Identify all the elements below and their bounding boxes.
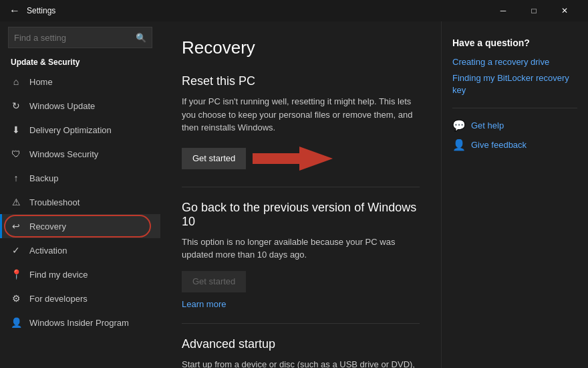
back-button[interactable]: ← [8, 4, 21, 17]
sidebar-item-label: Activation [29, 246, 67, 256]
sidebar: 🔍 Update & Security ⌂ Home ↻ Windows Upd… [0, 21, 160, 368]
feedback-icon: 👤 [452, 139, 466, 151]
reset-section-title: Reset this PC [182, 74, 420, 88]
shield-icon: 🛡 [11, 149, 21, 159]
sidebar-item-label: Delivery Optimization [29, 125, 112, 135]
arrow-container: Get started [182, 144, 420, 173]
sidebar-section-title: Update & Security [0, 51, 160, 70]
sidebar-item-label: Troubleshoot [29, 197, 80, 207]
search-box[interactable]: 🔍 [8, 27, 152, 48]
divider-2 [182, 323, 420, 324]
troubleshoot-icon: ⚠ [11, 197, 21, 207]
search-icon: 🔍 [136, 33, 146, 43]
sidebar-item-label: Backup [29, 173, 58, 183]
red-arrow-icon [246, 144, 333, 173]
reset-get-started-button[interactable]: Get started [182, 148, 246, 169]
delivery-icon: ⬇ [11, 124, 21, 135]
sidebar-item-label: Find my device [29, 270, 88, 280]
update-icon: ↻ [11, 100, 21, 111]
go-back-get-started-button: Get started [182, 271, 246, 292]
sidebar-item-backup[interactable]: ↑ Backup [0, 166, 160, 190]
give-feedback-label: Give feedback [471, 140, 527, 150]
sidebar-item-home[interactable]: ⌂ Home [0, 70, 160, 94]
sidebar-item-windows-security[interactable]: 🛡 Windows Security [0, 142, 160, 166]
go-back-section-desc: This option is no longer available becau… [182, 236, 420, 262]
minimize-button[interactable]: ─ [488, 0, 519, 21]
activation-icon: ✓ [11, 245, 21, 256]
recovery-circle-highlight [4, 215, 151, 238]
insider-icon: 👤 [11, 317, 21, 328]
sidebar-item-find-device[interactable]: 📍 Find my device [0, 262, 160, 286]
sidebar-item-recovery[interactable]: ↩ Recovery [0, 214, 160, 238]
developers-icon: ⚙ [11, 293, 21, 304]
help-icon: 💬 [452, 119, 466, 132]
sidebar-item-label: Windows Update [29, 101, 95, 111]
close-button[interactable]: ✕ [549, 0, 580, 21]
reset-section-desc: If your PC isn't running well, resetting… [182, 95, 420, 134]
sidebar-item-troubleshoot[interactable]: ⚠ Troubleshoot [0, 190, 160, 214]
find-device-icon: 📍 [11, 269, 21, 280]
get-help-action[interactable]: 💬 Get help [452, 119, 577, 132]
app-title: Settings [27, 6, 55, 15]
sidebar-item-label: For developers [29, 294, 88, 304]
advanced-startup-section: Advanced startup Start up from a device … [182, 337, 420, 369]
backup-icon: ↑ [11, 173, 21, 183]
window-controls: ─ □ ✕ [488, 0, 580, 21]
svg-marker-0 [253, 147, 333, 171]
right-panel-divider [452, 108, 577, 108]
sidebar-item-developers[interactable]: ⚙ For developers [0, 286, 160, 310]
sidebar-item-label: Recovery [29, 221, 66, 232]
bitlocker-key-link[interactable]: Finding my BitLocker recovery key [452, 72, 577, 96]
sidebar-item-delivery-optimization[interactable]: ⬇ Delivery Optimization [0, 118, 160, 142]
home-icon: ⌂ [11, 76, 21, 87]
creating-recovery-link[interactable]: Creating a recovery drive [452, 56, 577, 68]
sidebar-item-insider[interactable]: 👤 Windows Insider Program [0, 310, 160, 335]
sidebar-item-label: Home [29, 77, 53, 87]
page-title: Recovery [182, 37, 420, 58]
sidebar-item-label: Windows Security [29, 149, 98, 159]
right-panel-title: Have a question? [452, 37, 577, 48]
learn-more-link[interactable]: Learn more [182, 299, 226, 309]
maximize-button[interactable]: □ [519, 0, 549, 21]
get-help-label: Get help [471, 120, 504, 130]
sidebar-item-label: Windows Insider Program [29, 318, 129, 328]
advanced-section-title: Advanced startup [182, 337, 420, 351]
advanced-section-desc: Start up from a device or disc (such as … [182, 358, 420, 369]
right-panel: Have a question? Creating a recovery dri… [441, 21, 588, 368]
give-feedback-action[interactable]: 👤 Give feedback [452, 139, 577, 151]
go-back-section: Go back to the previous version of Windo… [182, 201, 420, 310]
main-content: Recovery Reset this PC If your PC isn't … [160, 21, 441, 368]
divider-1 [182, 187, 420, 187]
sidebar-item-windows-update[interactable]: ↻ Windows Update [0, 94, 160, 118]
titlebar: ← Settings ─ □ ✕ [0, 0, 588, 21]
app-container: 🔍 Update & Security ⌂ Home ↻ Windows Upd… [0, 21, 588, 368]
go-back-section-title: Go back to the previous version of Windo… [182, 201, 420, 229]
search-input[interactable] [14, 33, 136, 43]
sidebar-item-activation[interactable]: ✓ Activation [0, 238, 160, 262]
recovery-icon: ↩ [11, 221, 21, 232]
titlebar-left: ← Settings [8, 4, 55, 17]
reset-section: Reset this PC If your PC isn't running w… [182, 74, 420, 173]
